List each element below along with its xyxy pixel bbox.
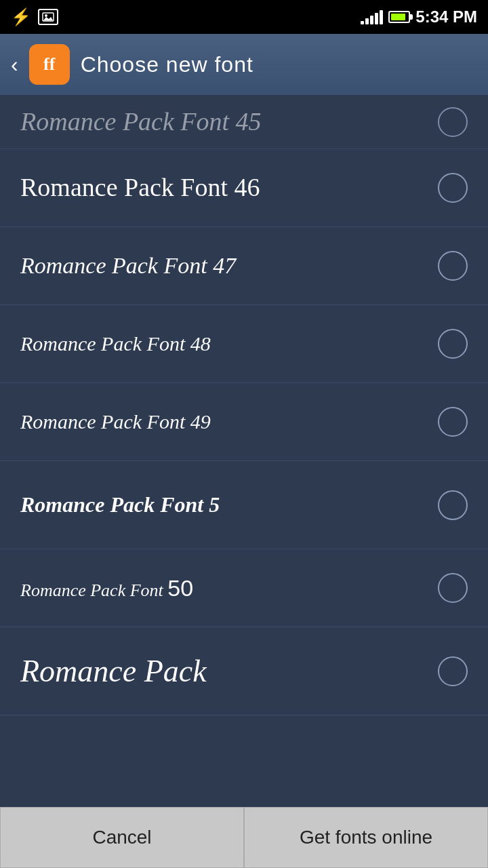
font-radio-button[interactable]: [438, 251, 468, 281]
list-item[interactable]: Romance Pack Font 49: [0, 383, 488, 461]
font-list: Romance Pack Font 45 Romance Pack Font 4…: [0, 95, 488, 807]
font-name-label: Romance Pack Font 47: [20, 252, 438, 280]
list-item[interactable]: Romance Pack Font 50: [0, 549, 488, 627]
status-left-icons: ⚡: [11, 7, 58, 26]
font-radio-button[interactable]: [438, 407, 468, 437]
cancel-button[interactable]: Cancel: [0, 807, 244, 868]
list-item[interactable]: Romance Pack Font 45: [0, 95, 488, 149]
status-bar: ⚡ 5:34 PM: [0, 0, 488, 34]
list-item[interactable]: Romance Pack Font 48: [0, 305, 488, 383]
font-name-label: Romance Pack: [20, 652, 438, 690]
font-name-label: Romance Pack Font 45: [20, 106, 438, 138]
font-radio-button[interactable]: [438, 107, 468, 137]
usb-icon: ⚡: [11, 7, 31, 26]
font-name-label: Romance Pack Font 50: [20, 574, 438, 602]
font-radio-button[interactable]: [438, 490, 468, 520]
app-logo: ff: [29, 44, 70, 85]
list-item[interactable]: Romance Pack Font 46: [0, 149, 488, 227]
get-fonts-button[interactable]: Get fonts online: [244, 807, 488, 868]
font-radio-button[interactable]: [438, 573, 468, 603]
image-icon: [38, 9, 58, 25]
status-right-icons: 5:34 PM: [361, 7, 477, 26]
battery-icon: [388, 11, 410, 23]
app-header: ‹ ff Choose new font: [0, 34, 488, 95]
font-name-label: Romance Pack Font 48: [20, 332, 438, 356]
header-title: Choose new font: [81, 52, 253, 77]
svg-point-1: [45, 14, 47, 17]
font-name-label: Romance Pack Font 49: [20, 410, 438, 434]
font-name-label: Romance Pack Font 5: [20, 492, 438, 517]
font-radio-button[interactable]: [438, 329, 468, 359]
font-radio-button[interactable]: [438, 656, 468, 686]
back-button[interactable]: ‹: [11, 52, 18, 77]
list-item[interactable]: Romance Pack: [0, 627, 488, 715]
font-name-label: Romance Pack Font 46: [20, 172, 438, 203]
list-item[interactable]: Romance Pack Font 47: [0, 227, 488, 305]
signal-icon: [361, 9, 383, 24]
clock: 5:34 PM: [415, 7, 477, 26]
list-item[interactable]: Romance Pack Font 5: [0, 461, 488, 549]
bottom-bar: Cancel Get fonts online: [0, 807, 488, 868]
font-radio-button[interactable]: [438, 173, 468, 203]
